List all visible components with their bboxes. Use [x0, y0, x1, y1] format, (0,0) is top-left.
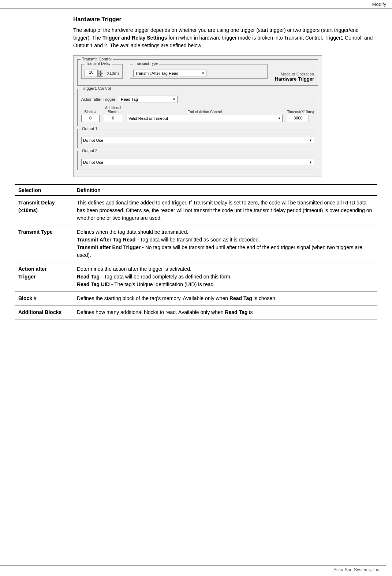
action-trigger-label: Action after Trigger — [81, 97, 115, 101]
mode-col: Mode of Operation Hardware Trigger — [275, 72, 314, 82]
selection-cell: Block # — [15, 292, 73, 306]
table-row: Additional Blocks Defines how many addit… — [15, 306, 377, 320]
hw-trigger-title: Hardware Trigger — [73, 16, 377, 23]
main-content: Hardware Trigger The setup of the hardwa… — [0, 9, 392, 334]
trigger1-title: Trigger1 Control — [81, 86, 112, 91]
delay-unit-label: X10ms — [107, 71, 119, 75]
definition-cell: Defines when the tag data should be tran… — [73, 225, 377, 262]
table-row: Transmit Type Defines when the tag data … — [15, 225, 377, 262]
output1-group: Output 1 Do not Use ▼ — [77, 129, 318, 148]
page-title: Modify — [372, 1, 386, 7]
block-col: Block # 0 — [81, 110, 100, 122]
timeout-col: Timeout(X10ms) 3000 — [287, 110, 314, 122]
transmit-type-select[interactable]: Transmit After Tag Read ▼ — [133, 70, 206, 77]
end-action-select[interactable]: Valid Read or Timeout ▼ — [127, 115, 283, 122]
end-action-arrow-icon: ▼ — [278, 117, 281, 120]
company-name: Accu-Sort Systems, Inc. — [333, 567, 380, 572]
footer: Accu-Sort Systems, Inc. — [0, 565, 386, 572]
output2-title: Output 2 — [81, 148, 99, 153]
transmit-delay-label: Transmit Delay — [85, 62, 112, 66]
selection-cell: Action afterTrigger — [15, 262, 73, 292]
output2-row: Do not Use ▼ — [81, 159, 314, 166]
delay-spinners: ▲ ▼ — [98, 70, 103, 77]
output2-select[interactable]: Do not Use ▼ — [81, 159, 314, 166]
output1-value: Do not Use — [83, 138, 103, 143]
top-bar: Modify — [0, 0, 392, 9]
end-action-col: End of Action Control Valid Read or Time… — [127, 110, 283, 122]
transmit-type-label: Transmit Type — [133, 62, 159, 66]
selection-cell: Transmit Type — [15, 225, 73, 262]
hw-trigger-section: Hardware Trigger The setup of the hardwa… — [73, 16, 377, 177]
transmit-type-row: Transmit After Tag Read ▼ — [133, 70, 264, 77]
col-definition-header: Definition — [73, 185, 377, 196]
additional-col: AdditionalBlocks 0 — [104, 106, 122, 122]
output1-row: Do not Use ▼ — [81, 137, 314, 144]
output1-select[interactable]: Do not Use ▼ — [81, 137, 314, 144]
table-row: Action afterTrigger Determines the actio… — [15, 262, 377, 292]
additional-input[interactable]: 0 — [104, 115, 122, 122]
output1-arrow-icon: ▼ — [309, 139, 312, 142]
selection-cell: Transmit Delay(x10ms) — [15, 196, 73, 225]
output2-value: Do not Use — [83, 160, 103, 165]
trigger1-control-group: Trigger1 Control Action after Trigger Re… — [77, 89, 318, 126]
transmit-control-row: Transmit Delay 10 ▲ ▼ X10ms — [81, 62, 314, 82]
action-trigger-arrow-icon: ▼ — [172, 97, 176, 101]
transmit-control-group: Transmit Control Transmit Delay 10 ▲ ▼ — [77, 59, 318, 86]
action-trigger-row: Action after Trigger Read Tag ▼ — [81, 96, 314, 103]
mode-label: Mode of Operation — [275, 72, 314, 76]
transmit-delay-group: Transmit Delay 10 ▲ ▼ X10ms — [81, 64, 123, 79]
ui-panel: Transmit Control Transmit Delay 10 ▲ ▼ — [73, 55, 322, 177]
additional-label: AdditionalBlocks — [104, 106, 122, 114]
action-trigger-select[interactable]: Read Tag ▼ — [119, 96, 178, 103]
output2-arrow-icon: ▼ — [309, 160, 312, 164]
definitions-table: Selection Definition Transmit Delay(x10m… — [15, 184, 377, 320]
delay-value[interactable]: 10 — [85, 70, 98, 77]
transmit-type-group: Transmit Type Transmit After Tag Read ▼ — [130, 64, 268, 79]
definition-cell: Defines how many additional blocks to re… — [73, 306, 377, 320]
table-header-row: Selection Definition — [15, 185, 377, 196]
definition-cell: Defines the starting block of the tag's … — [73, 292, 377, 306]
hw-mode-value: Hardware Trigger — [275, 76, 314, 82]
end-action-label: End of Action Control — [127, 110, 283, 114]
hw-trigger-desc: The setup of the hardware trigger depend… — [73, 26, 377, 49]
action-trigger-value: Read Tag — [121, 97, 138, 101]
delay-down-arrow[interactable]: ▼ — [98, 73, 103, 77]
transmit-delay-row: 10 ▲ ▼ X10ms — [85, 70, 119, 77]
transmit-control-title: Transmit Control — [81, 57, 113, 61]
transmit-type-arrow-icon: ▼ — [201, 71, 205, 75]
timeout-input[interactable]: 3000 — [287, 115, 309, 122]
table-row: Transmit Delay(x10ms) This defines addit… — [15, 196, 377, 225]
table-row: Block # Defines the starting block of th… — [15, 292, 377, 306]
definition-cell: Determines the action after the trigger … — [73, 262, 377, 292]
col-selection-header: Selection — [15, 185, 73, 196]
delay-up-arrow[interactable]: ▲ — [98, 70, 103, 73]
end-action-value: Valid Read or Timeout — [128, 116, 168, 121]
output2-group: Output 2 Do not Use ▼ — [77, 151, 318, 170]
block-input[interactable]: 0 — [81, 115, 100, 122]
block-cols: Block # 0 AdditionalBlocks 0 End of Acti… — [81, 106, 314, 122]
timeout-label: Timeout(X10ms) — [287, 110, 314, 114]
output1-title: Output 1 — [81, 126, 99, 131]
block-label: Block # — [81, 110, 100, 114]
transmit-delay-input: 10 ▲ ▼ — [85, 70, 103, 77]
definition-cell: This defines additional time added to en… — [73, 196, 377, 225]
transmit-type-value: Transmit After Tag Read — [135, 71, 178, 75]
selection-cell: Additional Blocks — [15, 306, 73, 320]
